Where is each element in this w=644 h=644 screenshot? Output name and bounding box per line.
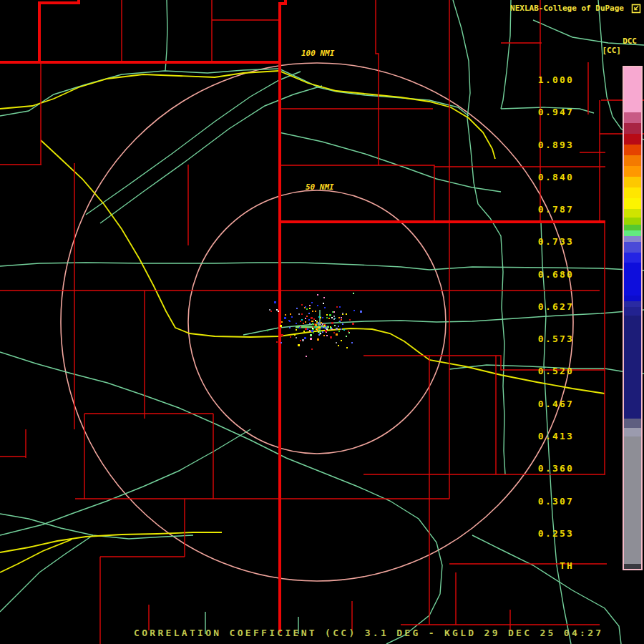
cc-scale-segment [624,123,641,134]
cc-scale-label: 0.947 [538,107,574,118]
cc-scale-label: 0.253 [538,528,574,540]
cc-scale-label: 0.307 [538,496,574,507]
cc-scale-label: 0.627 [538,301,574,313]
site-brand: NEXLAB-College of DuPage [510,4,624,13]
range-ring-label-100nmi: 100 NMI [301,49,334,58]
range-ring-label-50nmi: 50 NMI [306,182,334,192]
cc-scale-segment [624,230,641,236]
cc-scale-segment [624,419,641,428]
cc-color-scale [623,66,643,570]
cc-scale-segment [624,155,641,166]
cc-scale-label: 0.893 [538,140,574,151]
product-title: CORRELATION COEFFICIENT (CC) 3.1 DEG - K… [134,628,603,638]
product-code: DCC [623,36,637,46]
cc-scale-label: 0.467 [538,399,574,410]
popout-icon[interactable] [631,3,641,14]
highway-lines [0,71,605,572]
cc-scale-label: 0.413 [538,431,574,442]
radar-map [0,0,644,644]
cc-scale-segment [624,296,641,301]
cc-scale-label: 0.573 [538,333,574,345]
cc-scale-segment [624,198,641,209]
cc-scale-segment [624,307,641,316]
cc-scale-label: 1.000 [538,74,574,86]
cc-scale-label: 0.840 [538,172,574,183]
cc-scale-segment [624,253,641,263]
cc-scale-segment [624,209,641,218]
cc-scale-label: 0.787 [538,204,574,215]
cc-scale-segment [624,428,641,436]
cc-scale-label: 0.360 [538,463,574,474]
cc-scale-segment [624,242,641,253]
cc-scale-segment [624,67,641,112]
cc-scale-segment [624,145,641,155]
cc-scale-segment [624,225,641,230]
state-boundary-lines [0,0,605,633]
cc-scale-segment [624,134,641,145]
cc-scale-segment [624,112,641,123]
cc-scale-segment [624,236,641,242]
cc-scale-segment [624,166,641,177]
cc-scale-segment [624,177,641,187]
cc-scale-segment [624,316,641,419]
cc-scale-segment [624,301,641,307]
cc-scale-segment [624,263,641,296]
cc-scale-label: 0.733 [538,236,574,248]
cc-scale-segment [624,564,641,569]
cc-scale-label: 0.680 [538,269,574,280]
radar-viewer: 1.0000.9470.8930.8400.7870.7330.6800.627… [0,0,644,644]
cc-scale-segment [624,187,641,198]
product-bracket: [CC] [602,46,622,55]
cc-scale-segment [624,436,641,564]
cc-scale-label: 0.520 [538,366,574,377]
cc-scale-segment [624,218,641,225]
cc-scale-label: TH [560,560,574,572]
